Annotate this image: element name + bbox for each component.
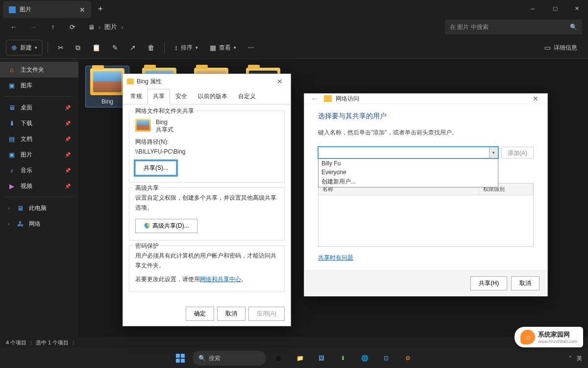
breadcrumb-item[interactable]: 图片 <box>104 23 117 31</box>
taskbar-app[interactable]: ⬇ <box>334 350 352 366</box>
taskbar-app[interactable]: ⚙ <box>398 350 417 366</box>
breadcrumb[interactable]: 🖥 › 图片 › <box>88 23 123 31</box>
dialog-tabs: 常规 共享 安全 以前的版本 自定义 <box>123 89 291 105</box>
sidebar-item-videos[interactable]: ▶视频📌 <box>0 178 78 194</box>
search-input[interactable]: 在 图片 中搜索 🔍 <box>445 20 582 34</box>
cut-icon: ✂ <box>58 44 64 52</box>
sort-button[interactable]: ↕ 排序 ▾ <box>170 40 203 55</box>
more-icon: ⋯ <box>248 44 254 51</box>
details-button[interactable]: ▭ 详细信息 <box>539 40 582 55</box>
tab-title: 图片 <box>20 5 75 14</box>
expand-icon[interactable]: › <box>8 221 9 227</box>
dialog-titlebar[interactable]: Bing 属性 ✕ <box>123 74 291 89</box>
watermark-name: 系统家园网 <box>538 330 577 339</box>
folder-icon <box>135 119 151 131</box>
taskview-button[interactable]: ⊞ <box>269 350 288 366</box>
start-button[interactable] <box>171 350 190 366</box>
dropdown-button[interactable]: ▾ <box>489 147 498 158</box>
more-button[interactable]: ⋯ <box>243 40 259 55</box>
pin-icon: 📌 <box>65 121 71 126</box>
sidebar-item-documents[interactable]: ▤文档📌 <box>0 131 78 147</box>
sidebar-item-downloads[interactable]: ⬇下载📌 <box>0 115 78 131</box>
group-title: 密码保护 <box>133 242 161 250</box>
advanced-share-button[interactable]: 高级共享(D)... <box>135 219 197 233</box>
tab-general[interactable]: 常规 <box>125 89 147 104</box>
share-button[interactable]: 共享(S)... <box>135 161 176 175</box>
new-tab-button[interactable]: + <box>91 4 109 13</box>
taskbar-app[interactable]: 📁 <box>291 350 309 366</box>
cancel-button[interactable]: 取消 <box>217 307 245 321</box>
view-button[interactable]: ▦ 查看 ▾ <box>205 40 241 55</box>
add-button[interactable]: 添加(A) <box>501 147 534 158</box>
cancel-button[interactable]: 取消 <box>511 276 539 290</box>
trouble-link[interactable]: 共享时有问题 <box>318 254 353 261</box>
share-button[interactable]: ↗ <box>125 40 141 55</box>
close-button[interactable]: ✕ <box>566 0 588 17</box>
tab-pictures[interactable]: 图片 ✕ <box>3 1 91 18</box>
apply-button[interactable]: 应用(A) <box>248 307 285 321</box>
tab-close-icon[interactable]: ✕ <box>79 6 85 14</box>
ok-button[interactable]: 确定 <box>186 307 214 321</box>
sidebar-item-home[interactable]: ⌂主文件夹 <box>0 62 78 78</box>
pin-icon: 📌 <box>65 136 71 142</box>
sidebar-item-pictures[interactable]: ▣图片📌 <box>0 147 78 162</box>
share-button[interactable]: 共享(H) <box>470 276 507 290</box>
minimize-button[interactable]: ─ <box>522 0 544 17</box>
network-access-dialog: ← 网络访问 ✕ 选择要与其共享的用户 键入名称，然后单击"添加"，或者单击箭头… <box>304 93 548 296</box>
documents-icon: ▤ <box>8 135 16 143</box>
net-heading: 选择要与其共享的用户 <box>318 112 534 121</box>
desktop-icon: 🖥 <box>8 104 16 111</box>
expand-icon[interactable]: › <box>8 206 9 211</box>
rename-button[interactable]: ✎ <box>107 40 123 55</box>
chevron-icon: › <box>121 24 123 31</box>
sidebar-item-thispc[interactable]: ›🖥此电脑 <box>0 200 78 216</box>
sidebar-item-desktop[interactable]: 🖥桌面📌 <box>0 100 78 115</box>
copy-button[interactable]: ⧉ <box>71 40 85 55</box>
shield-icon <box>144 222 150 229</box>
back-button[interactable]: ← <box>6 19 22 35</box>
tab-previous[interactable]: 以前的版本 <box>193 89 233 104</box>
new-button[interactable]: ⊕ 新建 ▾ <box>6 40 43 55</box>
dropdown-item[interactable]: Billy Fu <box>318 159 498 168</box>
dropdown-item[interactable]: Everyone <box>318 168 498 177</box>
network-center-link[interactable]: 网络和共享中心 <box>200 276 241 283</box>
cut-button[interactable]: ✂ <box>53 40 69 55</box>
sidebar-item-gallery[interactable]: ▣图库 <box>0 78 78 93</box>
view-icon: ▦ <box>210 44 216 52</box>
delete-button[interactable]: 🗑 <box>143 40 159 55</box>
taskbar-search[interactable]: 🔍搜索 <box>193 351 266 366</box>
svg-rect-2 <box>176 359 180 363</box>
pin-icon: 📌 <box>65 184 71 189</box>
folder-icon <box>127 79 134 84</box>
dialog-titlebar[interactable]: ← 网络访问 ✕ <box>304 94 547 104</box>
close-button[interactable]: ✕ <box>529 94 542 104</box>
ime-indicator[interactable]: 英 <box>577 355 582 362</box>
sidebar-item-music[interactable]: ♪音乐📌 <box>0 162 78 178</box>
up-button[interactable]: ↑ <box>45 19 61 35</box>
user-combobox[interactable]: ▾ Billy Fu Everyone 创建新用户... <box>318 147 498 158</box>
path-value: \\BILLYFU-PC\Bing <box>135 147 278 157</box>
taskbar-app[interactable]: 🖼 <box>312 350 331 366</box>
chevron-down-icon: ▾ <box>234 45 236 50</box>
refresh-button[interactable]: ⟳ <box>65 19 80 35</box>
taskbar-app[interactable]: ⊡ <box>377 350 395 366</box>
user-dropdown: Billy Fu Everyone 创建新用户... <box>318 158 498 187</box>
sidebar-item-network[interactable]: ›🖧网络 <box>0 216 78 232</box>
back-button[interactable]: ← <box>309 95 320 103</box>
tab-sharing[interactable]: 共享 <box>147 89 170 105</box>
dropdown-item[interactable]: 创建新用户... <box>318 177 498 187</box>
statusbar: 4 个项目 | 选中 1 个项目 | ☰ ▦ <box>0 337 588 348</box>
user-input[interactable] <box>318 147 498 158</box>
display-icon: 🖥 <box>88 24 95 31</box>
watermark: ⌂ 系统家园网 www.hnzxhbsb.com <box>514 327 583 347</box>
tab-customize[interactable]: 自定义 <box>233 89 261 104</box>
paste-button[interactable]: 📋 <box>87 40 105 55</box>
watermark-icon: ⌂ <box>520 330 535 344</box>
tray-chevron-icon[interactable]: ˄ <box>569 355 572 362</box>
network-icon: 🖧 <box>16 220 24 228</box>
taskbar-app[interactable]: 🌐 <box>355 350 374 366</box>
close-button[interactable]: ✕ <box>273 77 287 86</box>
tab-security[interactable]: 安全 <box>170 89 193 104</box>
maximize-button[interactable]: ▢ <box>544 0 566 17</box>
forward-button[interactable]: → <box>25 19 41 35</box>
